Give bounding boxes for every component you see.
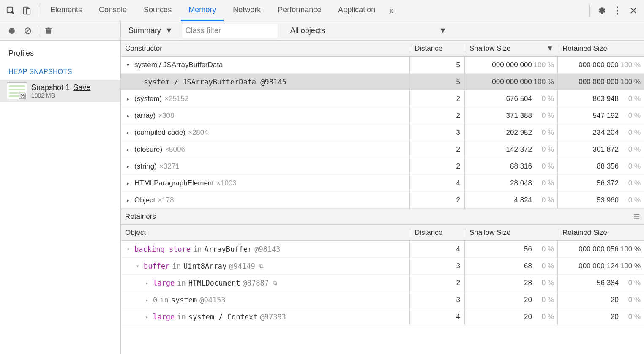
snapshot-title: Snapshot 1 xyxy=(31,83,70,92)
constructor-row[interactable]: ▸Object ×17824 8240 %53 9600 % xyxy=(121,192,644,209)
object-address: @94149 xyxy=(229,262,255,270)
record-icon[interactable] xyxy=(6,25,18,37)
retained-size-cell: 200 % xyxy=(558,308,644,325)
in-keyword: in xyxy=(172,262,180,270)
instance-count: ×2804 xyxy=(188,128,208,137)
retainers-bar[interactable]: Retainers ☰ xyxy=(121,209,644,225)
retainers-header-row: Object Distance Shallow Size Retained Si… xyxy=(121,225,644,241)
tab-console[interactable]: Console xyxy=(91,0,134,21)
constructor-row[interactable]: ▸(compiled code) ×28043202 9520 %234 204… xyxy=(121,124,644,141)
disclosure-icon[interactable]: ▸ xyxy=(127,163,132,169)
retained-size-cell: 547 1920 % xyxy=(558,107,644,124)
svg-point-3 xyxy=(9,28,15,34)
disclosure-icon[interactable]: ▸ xyxy=(145,314,150,320)
view-select[interactable]: Summary ▼ xyxy=(125,25,176,37)
tab-elements[interactable]: Elements xyxy=(43,0,90,21)
instance-count: ×308 xyxy=(158,112,174,120)
constructor-row[interactable]: ▸(array) ×3082371 3880 %547 1920 % xyxy=(121,107,644,124)
snapshot-save-link[interactable]: Save xyxy=(73,83,90,92)
snapshot-item[interactable]: Snapshot 1 Save 1002 MB xyxy=(0,80,120,102)
constructor-name: (string) xyxy=(134,162,157,171)
memory-toolbar: Summary ▼ All objects ▼ xyxy=(0,21,644,41)
class-filter-input[interactable] xyxy=(182,24,278,38)
tab-application[interactable]: Application xyxy=(330,0,383,21)
retainer-property: 0 xyxy=(153,296,157,304)
more-tabs-icon[interactable]: » xyxy=(385,3,399,18)
tab-sources[interactable]: Sources xyxy=(136,0,179,21)
col-constructor[interactable]: Constructor xyxy=(121,44,410,53)
distance-cell: 5 xyxy=(410,74,465,90)
device-toggle-icon[interactable] xyxy=(19,3,34,18)
retainer-type: system xyxy=(171,296,197,304)
kebab-menu-icon[interactable]: ⋮ xyxy=(610,3,625,18)
constructor-name: system / JSArrayBufferData @98145 xyxy=(144,78,287,86)
separator xyxy=(38,5,38,16)
close-devtools-icon[interactable] xyxy=(626,3,641,18)
distance-cell: 2 xyxy=(410,141,465,158)
disclosure-icon[interactable]: ▾ xyxy=(127,62,132,68)
shallow-size-cell: 4 8240 % xyxy=(465,192,558,208)
inspect-icon[interactable] xyxy=(3,3,18,18)
disclosure-icon[interactable]: ▸ xyxy=(145,297,150,303)
disclosure-icon[interactable]: ▸ xyxy=(145,280,150,286)
col-retained[interactable]: Retained Size xyxy=(558,44,644,53)
shallow-size-cell: 560 % xyxy=(465,241,558,257)
retainer-row[interactable]: ▾buffer in Uint8Array @94149 ⧉3680 %000 … xyxy=(121,258,644,275)
tab-network[interactable]: Network xyxy=(225,0,268,21)
tab-performance[interactable]: Performance xyxy=(270,0,329,21)
retainers-label: Retainers xyxy=(125,212,156,221)
retainers-menu-icon[interactable]: ☰ xyxy=(633,212,640,221)
retainer-type: HTMLDocument xyxy=(188,279,240,287)
constructor-row[interactable]: ▸(string) ×3271288 3160 %88 3560 % xyxy=(121,158,644,175)
col-object[interactable]: Object xyxy=(121,229,410,237)
constructor-name: (compiled code) xyxy=(134,128,186,137)
shallow-size-cell: 28 0480 % xyxy=(465,175,558,191)
retainer-row[interactable]: ▸large in system / Context @973934200 %2… xyxy=(121,308,644,325)
retainer-row[interactable]: ▾backing_store in ArrayBuffer @981434560… xyxy=(121,241,644,258)
col-shallow[interactable]: Shallow Size xyxy=(465,229,558,237)
heap-snapshots-category[interactable]: HEAP SNAPSHOTS xyxy=(0,65,120,80)
shallow-size-cell: 680 % xyxy=(465,258,558,274)
disclosure-icon[interactable]: ▸ xyxy=(127,180,132,186)
distance-cell: 2 xyxy=(410,275,465,291)
retainer-type: system / Context xyxy=(188,313,258,321)
retained-size-cell: 88 3560 % xyxy=(558,158,644,174)
retainer-row[interactable]: ▸large in HTMLDocument @87887 ⧉2280 %56 … xyxy=(121,275,644,291)
open-in-panel-icon[interactable]: ⧉ xyxy=(273,280,277,286)
constructor-row[interactable]: system / JSArrayBufferData @981455000 00… xyxy=(121,74,644,90)
col-distance[interactable]: Distance xyxy=(410,44,465,53)
disclosure-icon[interactable]: ▾ xyxy=(127,246,132,252)
retainer-property: backing_store xyxy=(134,245,191,253)
distance-cell: 3 xyxy=(410,291,465,308)
clear-icon[interactable] xyxy=(22,25,34,37)
open-in-panel-icon[interactable]: ⧉ xyxy=(259,263,263,270)
settings-icon[interactable] xyxy=(594,3,609,18)
scope-select[interactable]: All objects ▼ xyxy=(287,25,450,37)
retainer-property: large xyxy=(153,279,175,287)
disclosure-icon[interactable]: ▸ xyxy=(127,130,132,136)
disclosure-icon[interactable]: ▸ xyxy=(127,197,132,203)
object-address: @98143 xyxy=(254,245,280,253)
distance-cell: 2 xyxy=(410,90,465,107)
constructor-name: (system) xyxy=(134,95,162,103)
trash-icon[interactable] xyxy=(43,25,55,37)
disclosure-icon[interactable]: ▾ xyxy=(136,263,141,269)
constructor-name: (array) xyxy=(134,112,156,120)
col-distance[interactable]: Distance xyxy=(410,229,465,237)
disclosure-icon[interactable]: ▸ xyxy=(127,147,132,152)
heap-snapshot-main: Constructor Distance Shallow Size ▼ Reta… xyxy=(121,41,644,354)
chevron-down-icon: ▼ xyxy=(439,26,447,35)
disclosure-icon[interactable]: ▸ xyxy=(127,113,132,119)
constructor-row[interactable]: ▸(system) ×251522676 5040 %863 9480 % xyxy=(121,90,644,107)
constructor-row[interactable]: ▸HTMLParagraphElement ×1003428 0480 %56 … xyxy=(121,175,644,192)
tab-memory[interactable]: Memory xyxy=(181,0,224,21)
retained-size-cell: 863 9480 % xyxy=(558,90,644,107)
disclosure-icon[interactable]: ▸ xyxy=(127,96,132,102)
col-retained[interactable]: Retained Size xyxy=(558,229,644,237)
constructor-row[interactable]: ▸(closure) ×50062142 3720 %301 8720 % xyxy=(121,141,644,158)
snapshot-size: 1002 MB xyxy=(31,92,90,99)
constructor-row[interactable]: ▾system / JSArrayBufferData5000 000 0001… xyxy=(121,57,644,74)
retainer-row[interactable]: ▸0 in system @941533200 %200 % xyxy=(121,291,644,308)
col-shallow[interactable]: Shallow Size ▼ xyxy=(465,44,558,53)
distance-cell: 5 xyxy=(410,57,465,73)
